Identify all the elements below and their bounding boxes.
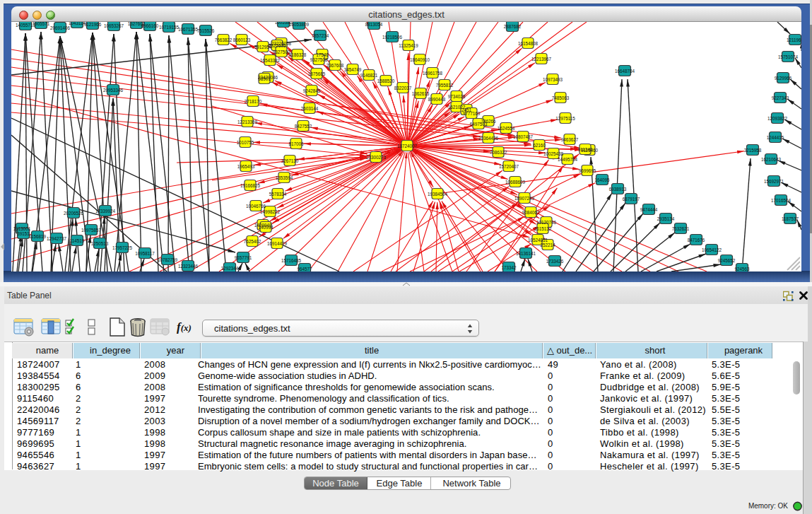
svg-text:9245652: 9245652 (718, 258, 736, 263)
svg-text:3267130: 3267130 (281, 158, 299, 163)
svg-text:1913001: 1913001 (13, 226, 31, 231)
svg-text:10719155: 10719155 (159, 25, 180, 30)
svg-text:16154808: 16154808 (518, 41, 539, 46)
svg-text:9129966: 9129966 (775, 76, 792, 81)
svg-text:1292344: 1292344 (221, 266, 239, 271)
svg-text:8660123: 8660123 (233, 37, 251, 42)
svg-text:16053809: 16053809 (289, 22, 310, 27)
svg-text:17016504: 17016504 (771, 198, 792, 203)
svg-text:11325419: 11325419 (399, 43, 418, 48)
svg-text:911340: 911340 (578, 147, 593, 152)
svg-text:62160: 62160 (533, 143, 546, 148)
svg-text:18724007: 18724007 (397, 144, 418, 148)
svg-text:16961758: 16961758 (423, 71, 443, 76)
svg-text:1588520: 1588520 (377, 78, 395, 83)
svg-text:16543382: 16543382 (260, 58, 281, 63)
svg-text:2322605: 2322605 (269, 43, 286, 48)
svg-text:12975115: 12975115 (555, 116, 575, 121)
svg-text:10654122: 10654122 (702, 247, 722, 252)
svg-text:16914479: 16914479 (267, 241, 288, 246)
svg-text:9777169: 9777169 (463, 111, 481, 116)
svg-text:19384504: 19384504 (428, 192, 448, 197)
svg-text:6938913: 6938913 (609, 187, 627, 192)
svg-text:12093822: 12093822 (767, 116, 788, 121)
svg-text:9657791: 9657791 (235, 255, 252, 260)
svg-text:10120746: 10120746 (536, 220, 557, 225)
svg-text:9463627: 9463627 (561, 137, 579, 142)
svg-text:1965493: 1965493 (237, 164, 255, 169)
svg-text:20206526: 20206526 (64, 211, 84, 216)
svg-text:7663822: 7663822 (215, 37, 233, 42)
svg-text:10025438: 10025438 (543, 151, 564, 156)
svg-text:7086322: 7086322 (490, 150, 507, 155)
svg-text:8813054: 8813054 (365, 22, 383, 27)
svg-text:20953346: 20953346 (103, 88, 124, 93)
svg-text:12942737: 12942737 (47, 236, 67, 241)
svg-text:7485063: 7485063 (552, 95, 570, 100)
svg-text:19166825: 19166825 (240, 183, 261, 188)
svg-text:10653267: 10653267 (104, 23, 124, 28)
svg-text:8471676: 8471676 (688, 238, 705, 243)
svg-text:7515526: 7515526 (197, 28, 215, 33)
svg-text:1250513: 1250513 (91, 241, 109, 246)
svg-text:10807487: 10807487 (513, 134, 534, 139)
svg-text:14136141: 14136141 (516, 251, 536, 256)
svg-text:7857234: 7857234 (312, 33, 329, 38)
svg-text:20364436: 20364436 (478, 136, 499, 141)
svg-text:2887682: 2887682 (504, 24, 522, 29)
svg-text:1615132: 1615132 (534, 226, 552, 231)
svg-text:5578334: 5578334 (269, 192, 287, 197)
svg-text:98901: 98901 (258, 76, 271, 81)
svg-text:9474444: 9474444 (640, 207, 658, 212)
svg-text:9146821: 9146821 (360, 73, 378, 78)
svg-text:3454749: 3454749 (344, 67, 362, 72)
svg-text:164095: 164095 (594, 177, 610, 182)
svg-text:8990448: 8990448 (428, 97, 446, 102)
svg-text:3215958: 3215958 (744, 148, 762, 153)
svg-text:252214: 252214 (540, 243, 555, 247)
svg-text:15720407: 15720407 (499, 164, 519, 169)
svg-text:17957225: 17957225 (112, 245, 133, 250)
svg-text:12213369: 12213369 (237, 119, 258, 124)
svg-text:1875685: 1875685 (308, 71, 326, 76)
svg-text:2603144: 2603144 (301, 106, 319, 111)
svg-text:1624554: 1624554 (498, 126, 515, 131)
svg-text:17546: 17546 (316, 52, 329, 57)
svg-text:7632621: 7632621 (672, 226, 690, 231)
svg-text:8186328: 8186328 (289, 52, 307, 57)
svg-text:12323446: 12323446 (178, 264, 199, 269)
svg-text:10688609: 10688609 (505, 180, 526, 185)
svg-text:12213967: 12213967 (531, 57, 552, 62)
svg-text:10958117: 10958117 (135, 251, 155, 256)
svg-text:17339924: 17339924 (95, 209, 116, 214)
svg-text:14495784: 14495784 (558, 157, 578, 162)
svg-text:6497503: 6497503 (470, 122, 488, 127)
svg-text:7625402: 7625402 (244, 239, 261, 244)
svg-text:1156819: 1156819 (29, 234, 47, 239)
svg-text:1353594: 1353594 (276, 175, 293, 180)
svg-text:9327508: 9327508 (310, 57, 328, 62)
svg-text:10524851: 10524851 (528, 238, 548, 243)
svg-text:1211966: 1211966 (787, 37, 801, 42)
svg-text:924563: 924563 (734, 267, 750, 271)
svg-text:9734028: 9734028 (448, 94, 466, 99)
svg-text:9242845: 9242845 (303, 88, 321, 93)
svg-text:9699695: 9699695 (579, 168, 596, 173)
svg-text:6879197: 6879197 (623, 197, 640, 201)
svg-text:18640910: 18640910 (410, 57, 430, 62)
svg-text:1733426: 1733426 (546, 259, 564, 264)
svg-text:10046766: 10046766 (246, 204, 266, 209)
svg-text:6966160: 6966160 (141, 23, 159, 28)
svg-text:2718170: 2718170 (245, 99, 262, 104)
svg-text:9227343: 9227343 (772, 95, 789, 100)
svg-text:114519: 114519 (70, 238, 85, 243)
svg-text:14998222: 14998222 (260, 209, 281, 214)
svg-text:16648784: 16648784 (615, 69, 635, 74)
svg-text:1187537: 1187537 (782, 216, 799, 221)
svg-text:10975857: 10975857 (81, 228, 102, 233)
svg-text:23300273: 23300273 (366, 155, 387, 160)
svg-text:16210643: 16210643 (761, 157, 782, 162)
svg-text:8322037: 8322037 (394, 86, 412, 90)
svg-text:10782759: 10782759 (158, 257, 178, 262)
svg-text:9121966: 9121966 (84, 22, 102, 27)
